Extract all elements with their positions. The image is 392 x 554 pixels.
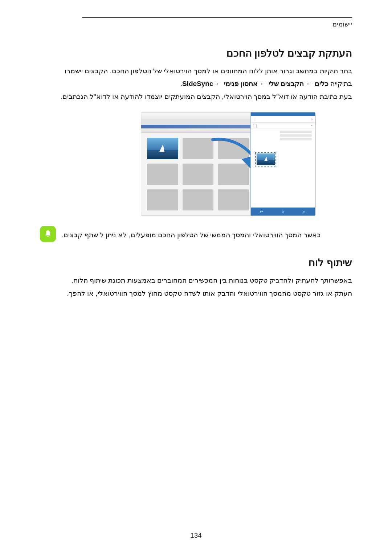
chevron-down-icon: ▾ bbox=[311, 124, 313, 127]
phone-app-bar: ‹ ⋮ bbox=[251, 116, 315, 123]
heading-copy-files: העתקת קבצים לטלפון החכם bbox=[40, 47, 352, 59]
checkbox-icon bbox=[253, 124, 257, 127]
thumbnail bbox=[218, 189, 249, 211]
drop-target bbox=[255, 152, 276, 167]
phone-virtual-screen: ‹ ⋮ ▾ ⌂ ○ bbox=[250, 112, 315, 216]
para-4: העתק או גזור טקסט מהמסך הווירטואלי והדבק… bbox=[40, 288, 352, 299]
para-3: באפשרותך להעתיק ולהדביק טקסט בנוחות בין … bbox=[40, 275, 352, 286]
home-icon: ○ bbox=[281, 210, 285, 214]
back-icon: ‹ bbox=[311, 117, 313, 121]
heading-share-clipboard: שיתוף לוח bbox=[40, 257, 352, 268]
phone-category-row: ▾ bbox=[251, 123, 315, 128]
phone-content-area bbox=[251, 143, 315, 208]
thumbnail bbox=[183, 164, 214, 185]
list-item bbox=[280, 138, 312, 140]
note-callout: כאשר המסך הווירטואלי והמסך הממשי של הטלפ… bbox=[40, 226, 352, 242]
thumbnail bbox=[218, 164, 249, 185]
section-breadcrumb: יישומים bbox=[332, 20, 352, 28]
figure-drag-drop: ‹ ⋮ ▾ ⌂ ○ bbox=[76, 112, 316, 216]
thumbnail bbox=[147, 189, 178, 211]
thumbnail-selected-photo bbox=[147, 138, 178, 159]
para-1-line-2: בתיקייה כלים ← הקבצים שלי ← אחסון פנימי … bbox=[40, 78, 352, 89]
bell-icon bbox=[40, 226, 56, 242]
note-text: כאשר המסך הווירטואלי והמסך הממשי של הטלפ… bbox=[62, 226, 320, 240]
para-1-line-1: בחר תיקיות במחשב וגרור אותן ללוח המחווני… bbox=[40, 66, 352, 76]
para-2: בעת כתיבת הודעה או דוא"ל במסך הוירטואלי,… bbox=[40, 91, 352, 102]
thumbnail bbox=[147, 164, 178, 185]
para-1-bold-path: כלים ← הקבצים שלי ← אחסון פנימי ← SideSy… bbox=[182, 80, 328, 87]
dragged-photo-thumb bbox=[257, 153, 275, 165]
header-rule bbox=[82, 17, 352, 18]
back-nav-icon: ↩ bbox=[260, 210, 264, 214]
page-number: 134 bbox=[190, 532, 202, 539]
more-menu-icon: ⋮ bbox=[253, 117, 257, 121]
thumbnail bbox=[218, 138, 249, 159]
phone-folder-list bbox=[251, 128, 315, 143]
thumbnail bbox=[183, 189, 214, 211]
phone-status-bar bbox=[251, 112, 315, 116]
thumbnail bbox=[183, 138, 214, 159]
list-item bbox=[280, 131, 312, 133]
list-item bbox=[280, 134, 312, 137]
para-1-prefix: בתיקייה bbox=[328, 80, 352, 87]
phone-nav-bar: ⌂ ○ ↩ bbox=[251, 208, 315, 216]
recent-apps-icon: ⌂ bbox=[302, 210, 306, 214]
